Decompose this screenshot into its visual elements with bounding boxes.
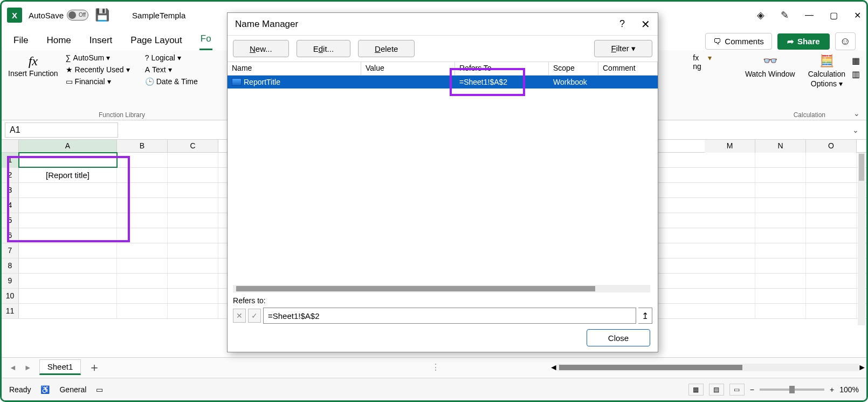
cell-c9[interactable] (168, 274, 218, 288)
col-header-o[interactable]: O (806, 140, 857, 153)
row-header-3[interactable]: 3 (2, 183, 19, 197)
cell-c6[interactable] (168, 228, 218, 243)
sheet-tab-sheet1[interactable]: Sheet1 (39, 359, 81, 375)
cell-c4[interactable] (168, 198, 218, 213)
cell-n2[interactable] (755, 168, 806, 182)
cell-b8[interactable] (117, 258, 168, 273)
cell-n11[interactable] (755, 304, 806, 318)
tab-page-layout[interactable]: Page Layout (129, 33, 183, 50)
cell-a1[interactable] (19, 153, 117, 167)
vertical-scrollbar[interactable] (858, 153, 865, 325)
close-window-button[interactable]: ✕ (854, 10, 861, 21)
horizontal-scrollbar[interactable]: ◄ ► (557, 364, 859, 371)
cell-b6[interactable] (117, 228, 168, 243)
edit-button[interactable]: Edit... (297, 40, 350, 57)
view-page-layout-button[interactable]: ▤ (709, 384, 724, 396)
col-header-a[interactable]: A (19, 140, 117, 152)
refers-cancel-icon[interactable]: ✕ (233, 309, 246, 323)
cell-o2[interactable] (806, 168, 857, 182)
feedback-smiley-icon[interactable]: ☺ (835, 32, 856, 50)
cell-n6[interactable] (755, 228, 806, 243)
diamond-icon[interactable]: ◈ (757, 9, 764, 21)
cell-n3[interactable] (755, 183, 806, 197)
refers-to-input[interactable]: =Sheet1!$A$2 (263, 308, 636, 324)
cell-m5[interactable] (705, 213, 755, 228)
calc-sheet-icon[interactable]: ▥ (852, 69, 860, 79)
view-normal-button[interactable]: ▦ (688, 384, 704, 396)
comments-button[interactable]: 🗨 Comments (705, 33, 772, 50)
dropdown-icon[interactable]: ▾ (708, 53, 712, 62)
new-button[interactable]: New... (233, 40, 289, 57)
sheet-nav-next[interactable]: ► (24, 363, 32, 372)
cell-b5[interactable] (117, 213, 168, 228)
cell-b9[interactable] (117, 274, 168, 288)
display-settings-icon[interactable]: ▭ (96, 385, 103, 394)
select-all-corner[interactable] (2, 140, 19, 152)
zoom-slider[interactable] (760, 389, 824, 391)
col-header-n[interactable]: N (755, 140, 806, 153)
tab-home[interactable]: Home (45, 33, 72, 50)
dialog-close-icon[interactable]: ✕ (641, 18, 650, 31)
zoom-in-button[interactable]: + (830, 385, 834, 394)
cell-c2[interactable] (168, 168, 218, 182)
cell-o5[interactable] (806, 213, 857, 228)
cell-a5[interactable] (19, 213, 117, 228)
cell-b7[interactable] (117, 243, 168, 258)
cell-m8[interactable] (705, 258, 755, 273)
hscroll-right-icon[interactable]: ► (858, 363, 866, 372)
cell-o6[interactable] (806, 228, 857, 243)
accessibility-icon[interactable]: ♿ (40, 385, 50, 394)
dialog-help-icon[interactable]: ? (619, 18, 625, 30)
cell-m9[interactable] (705, 274, 755, 288)
row-header-11[interactable]: 11 (2, 304, 19, 318)
cell-m6[interactable] (705, 228, 755, 243)
cell-o3[interactable] (806, 183, 857, 197)
cell-c11[interactable] (168, 304, 218, 318)
row-header-9[interactable]: 9 (2, 274, 19, 288)
refers-collapse-icon[interactable]: ↥ (638, 308, 652, 324)
cell-b10[interactable] (117, 289, 168, 303)
col-head-refers[interactable]: Refers To (455, 62, 549, 75)
maximize-button[interactable]: ▢ (830, 10, 838, 21)
cell-a9[interactable] (19, 274, 117, 288)
cell-b11[interactable] (117, 304, 168, 318)
save-icon[interactable]: 💾 (95, 8, 109, 22)
add-sheet-button[interactable]: ＋ (88, 359, 100, 376)
cell-c7[interactable] (168, 243, 218, 258)
tab-insert[interactable]: Insert (88, 33, 114, 50)
cell-n8[interactable] (755, 258, 806, 273)
cell-a3[interactable] (19, 183, 117, 197)
view-page-break-button[interactable]: ▭ (729, 384, 745, 396)
minimize-button[interactable]: — (805, 10, 814, 21)
col-header-m[interactable]: M (705, 140, 755, 153)
row-header-8[interactable]: 8 (2, 258, 19, 273)
autosave-toggle[interactable]: Off (67, 10, 88, 21)
insert-function-button[interactable]: fx Insert Function (8, 53, 58, 117)
cell-m10[interactable] (705, 289, 755, 303)
dialog-horizontal-scrollbar[interactable] (233, 285, 650, 292)
zoom-out-button[interactable]: − (750, 385, 754, 394)
tab-formulas[interactable]: Fo (199, 31, 212, 50)
cell-a7[interactable] (19, 243, 117, 258)
cell-n5[interactable] (755, 213, 806, 228)
cell-a4[interactable] (19, 198, 117, 213)
cell-o4[interactable] (806, 198, 857, 213)
col-head-scope[interactable]: Scope (549, 62, 598, 75)
col-head-name[interactable]: Name (228, 62, 361, 75)
cell-m2[interactable] (705, 168, 755, 182)
watch-window-button[interactable]: 👓 Watch Window (745, 53, 795, 79)
col-header-c[interactable]: C (168, 140, 218, 152)
financial-button[interactable]: ▭ Financial ▾ (66, 77, 130, 86)
cell-o7[interactable] (806, 243, 857, 258)
row-header-10[interactable]: 10 (2, 289, 19, 303)
cell-o11[interactable] (806, 304, 857, 318)
date-time-button[interactable]: 🕒 Date & Time (145, 77, 198, 86)
col-header-b[interactable]: B (117, 140, 168, 152)
cell-m11[interactable] (705, 304, 755, 318)
cell-m3[interactable] (705, 183, 755, 197)
refers-accept-icon[interactable]: ✓ (248, 309, 261, 323)
cell-c5[interactable] (168, 213, 218, 228)
row-header-7[interactable]: 7 (2, 243, 19, 258)
autosum-button[interactable]: ∑ AutoSum ▾ (66, 53, 130, 62)
row-header-6[interactable]: 6 (2, 228, 19, 243)
